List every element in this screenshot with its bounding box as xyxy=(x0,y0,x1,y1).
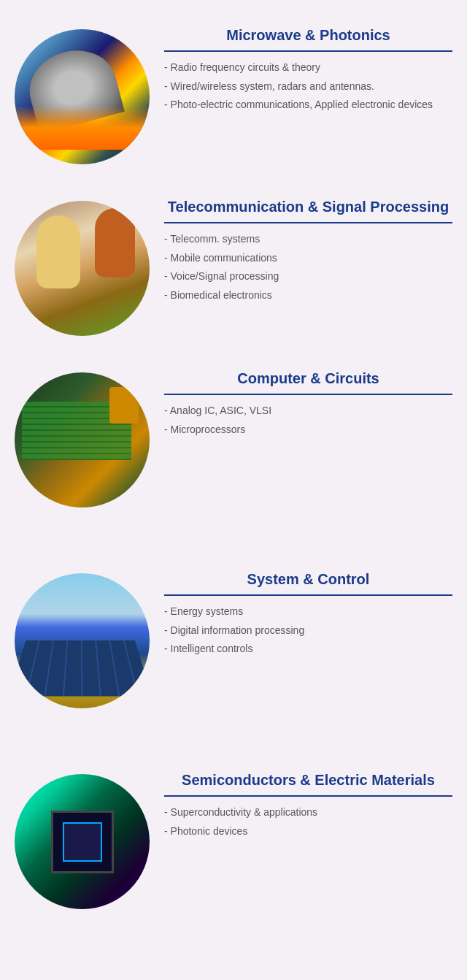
page-container: Microwave & Photonics - Radio frequency … xyxy=(0,0,467,960)
divider-circuits xyxy=(164,394,452,395)
bullet-circuits-2: - Microprocessors xyxy=(164,423,452,437)
divider-telecom xyxy=(164,222,452,223)
image-telecom xyxy=(15,201,150,336)
divider-semiconductors xyxy=(164,795,452,797)
section-system: System & Control - Energy systems - Digi… xyxy=(15,566,452,708)
bullet-semiconductors-2: - Photonic devices xyxy=(164,824,452,839)
title-system: System & Control xyxy=(164,570,452,589)
bullet-telecom-4: - Biomedical electronics xyxy=(164,288,452,303)
content-system: System & Control - Energy systems - Digi… xyxy=(164,566,452,661)
spacer-1 xyxy=(15,537,452,566)
content-microwave: Microwave & Photonics - Radio frequency … xyxy=(164,22,452,117)
spacer-2 xyxy=(15,738,452,767)
divider-microwave xyxy=(164,50,452,52)
section-circuits: Computer & Circuits - Analog IC, ASIC, V… xyxy=(15,365,452,508)
content-telecom: Telecommunication & Signal Processing - … xyxy=(164,194,452,307)
section-microwave: Microwave & Photonics - Radio frequency … xyxy=(15,22,452,164)
bullet-semiconductors-1: - Superconductivity & applications xyxy=(164,805,452,820)
bullet-telecom-3: - Voice/Signal processing xyxy=(164,269,452,284)
bullet-system-3: - Intelligent controls xyxy=(164,642,452,656)
bullet-telecom-2: - Mobile communications xyxy=(164,251,452,266)
title-circuits: Computer & Circuits xyxy=(164,369,452,388)
title-microwave: Microwave & Photonics xyxy=(164,26,452,45)
section-semiconductors: Semiconductors & Electric Materials - Su… xyxy=(15,767,452,909)
bullet-microwave-1: - Radio frequency circuits & theory xyxy=(164,61,452,75)
content-semiconductors: Semiconductors & Electric Materials - Su… xyxy=(164,767,452,843)
bullet-microwave-3: - Photo-electric communications, Applied… xyxy=(164,98,452,112)
section-telecom: Telecommunication & Signal Processing - … xyxy=(15,194,452,336)
bullet-system-2: - Digital information processing xyxy=(164,624,452,638)
image-semiconductors xyxy=(15,774,150,909)
title-semiconductors: Semiconductors & Electric Materials xyxy=(164,770,452,789)
bullet-system-1: - Energy systems xyxy=(164,605,452,619)
image-system xyxy=(15,573,150,708)
title-telecom: Telecommunication & Signal Processing xyxy=(164,197,452,216)
bullet-circuits-1: - Analog IC, ASIC, VLSI xyxy=(164,404,452,418)
content-circuits: Computer & Circuits - Analog IC, ASIC, V… xyxy=(164,365,452,441)
image-circuits xyxy=(15,372,150,508)
divider-system xyxy=(164,594,452,596)
image-microwave xyxy=(15,29,150,164)
bullet-microwave-2: - Wired/wireless system, radars and ante… xyxy=(164,80,452,94)
bullet-telecom-1: - Telecomm. systems xyxy=(164,232,452,247)
